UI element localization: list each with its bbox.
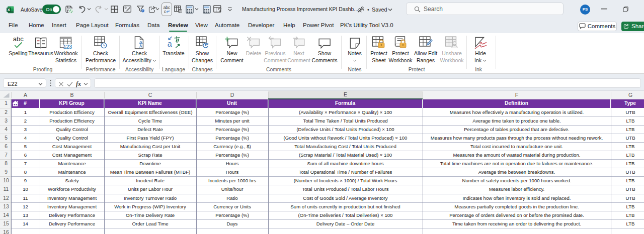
svg-text:123: 123 xyxy=(63,44,72,49)
svg-text:a: a xyxy=(168,40,172,48)
svg-text:X: X xyxy=(8,8,11,12)
svg-text:abc: abc xyxy=(13,35,24,43)
